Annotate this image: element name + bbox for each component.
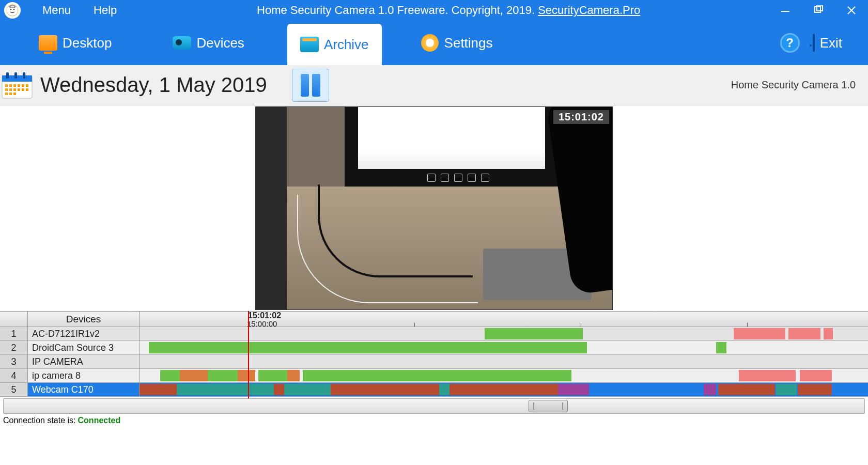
svg-point-2 [13, 9, 15, 10]
title-prefix: Home Security Camera 1.0 Freeware. Copyr… [257, 4, 538, 17]
title-bar: Menu Help Home Security Camera 1.0 Freew… [0, 0, 868, 21]
row-index: 2 [0, 341, 28, 354]
connection-label: Connection state is: [3, 416, 76, 425]
svg-rect-14 [5, 84, 8, 87]
title-link[interactable]: SecurityCamera.Pro [538, 4, 640, 17]
timeline-scrollbar[interactable] [3, 398, 865, 414]
help-menu-button[interactable]: Help [82, 4, 128, 17]
camera-icon [173, 34, 191, 52]
device-name: Webcam C170 [28, 383, 140, 396]
svg-rect-15 [9, 84, 12, 87]
svg-rect-28 [13, 92, 16, 95]
device-name: IP CAMERA [28, 355, 140, 368]
device-name: DroidCam Source 3 [28, 341, 140, 354]
svg-rect-3 [10, 6, 14, 7]
scrollbar-thumb[interactable] [529, 400, 568, 412]
timeline-row-selected[interactable]: 5 Webcam C170 [0, 383, 868, 397]
close-button[interactable] [845, 4, 858, 17]
door-icon [813, 35, 815, 51]
exit-button[interactable]: Exit [813, 35, 842, 51]
svg-rect-16 [13, 84, 16, 87]
pause-icon [301, 74, 320, 97]
gear-icon [421, 34, 439, 52]
date-toolbar: Wednesday, 1 May 2019 Home Security Came… [0, 65, 868, 105]
calendar-icon[interactable] [0, 70, 34, 100]
archive-date: Wednesday, 1 May 2019 [40, 73, 267, 97]
video-frame[interactable]: 15:01:02 [255, 106, 613, 310]
desktop-icon [39, 34, 57, 52]
devices-column-header: Devices [28, 312, 140, 327]
app-name-label: Home Security Camera 1.0 [731, 79, 856, 91]
window-title: Home Security Camera 1.0 Freeware. Copyr… [128, 4, 769, 17]
svg-rect-26 [5, 92, 8, 95]
video-viewport: 15:01:02 [0, 105, 868, 311]
device-name: AC-D7121IR1v2 [28, 327, 140, 340]
tab-desktop-label: Desktop [63, 35, 112, 51]
svg-rect-25 [26, 88, 28, 91]
timeline-row[interactable]: 2 DroidCam Source 3 [0, 341, 868, 355]
window-controls [779, 4, 858, 17]
playhead-line[interactable] [248, 311, 249, 398]
status-bar: Connection state is: Connected [0, 415, 868, 426]
svg-rect-27 [9, 92, 12, 95]
svg-rect-19 [26, 84, 28, 87]
svg-rect-22 [13, 88, 16, 91]
timeline-panel: Devices 15:01:02 15:00:00 1 AC-D7121IR1v… [0, 311, 868, 397]
timeline-row[interactable]: 4 ip camera 8 [0, 369, 868, 383]
svg-rect-6 [817, 5, 823, 11]
timeline-header: Devices 15:01:02 15:00:00 [0, 312, 868, 327]
pause-button[interactable] [292, 69, 329, 102]
help-button[interactable]: ? [780, 33, 800, 53]
tab-devices-label: Devices [196, 35, 244, 51]
svg-rect-20 [5, 88, 8, 91]
row-index: 5 [0, 383, 28, 396]
tab-devices[interactable]: Devices [160, 21, 257, 65]
svg-rect-12 [14, 72, 17, 79]
timeline-row[interactable]: 1 AC-D7121IR1v2 [0, 327, 868, 341]
connection-state: Connected [78, 416, 121, 425]
tab-archive-label: Archive [324, 37, 369, 53]
svg-rect-24 [22, 88, 24, 91]
tab-archive[interactable]: Archive [287, 24, 382, 65]
tab-settings[interactable]: Settings [408, 21, 506, 65]
svg-rect-17 [18, 84, 20, 87]
exit-label: Exit [820, 35, 842, 51]
app-logo-icon [4, 2, 21, 19]
video-time-overlay: 15:01:02 [553, 110, 609, 124]
minimize-button[interactable] [779, 4, 792, 17]
menu-button[interactable]: Menu [31, 4, 82, 17]
timeline-row[interactable]: 3 IP CAMERA [0, 355, 868, 369]
svg-rect-18 [22, 84, 24, 87]
svg-rect-23 [18, 88, 20, 91]
maximize-button[interactable] [812, 4, 825, 17]
device-name: ip camera 8 [28, 369, 140, 382]
svg-rect-11 [6, 72, 9, 79]
tab-desktop[interactable]: Desktop [26, 21, 125, 65]
svg-rect-13 [23, 72, 25, 79]
svg-point-1 [10, 9, 12, 10]
row-index: 4 [0, 369, 28, 382]
svg-rect-21 [9, 88, 12, 91]
svg-rect-5 [815, 7, 820, 12]
main-tab-bar: Desktop Devices Archive Settings ? Exit [0, 21, 868, 65]
tab-settings-label: Settings [444, 35, 493, 51]
archive-icon [300, 35, 319, 54]
row-index: 1 [0, 327, 28, 340]
row-index: 3 [0, 355, 28, 368]
